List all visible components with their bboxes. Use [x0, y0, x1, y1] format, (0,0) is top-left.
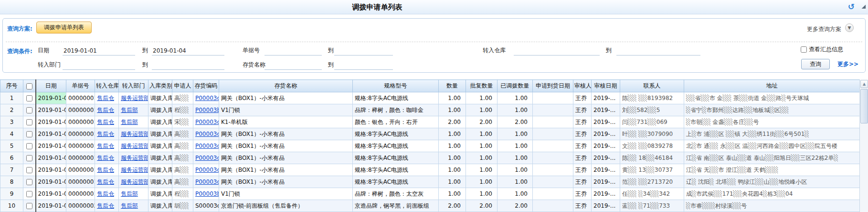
row-select-cell[interactable] [23, 128, 36, 140]
row-select-cell[interactable] [23, 104, 36, 116]
row-code-link[interactable]: P00003c9b [193, 164, 219, 176]
plans-dropdown-icon[interactable]: ▼ [845, 23, 854, 32]
col-approved-qty[interactable]: 批复数量 [466, 80, 498, 92]
row-audit-date: 2019-... [592, 164, 620, 176]
row-dept-link[interactable]: 售后部 [119, 188, 148, 200]
row-checkbox[interactable] [26, 95, 32, 101]
scrollbar-thumb[interactable] [860, 89, 868, 123]
more-query-plans-link[interactable]: 更多查询方案 [807, 25, 841, 33]
row-select-cell[interactable] [23, 152, 36, 164]
row-dept-link[interactable]: 服务运营部 [119, 92, 148, 104]
row-checkbox[interactable] [26, 155, 32, 161]
col-arrival-date[interactable]: 申请到货日期 [533, 80, 573, 92]
row-code-link[interactable]: P00003c9b [193, 92, 219, 104]
row-arrival-date [533, 164, 573, 176]
row-code-link[interactable]: P00003bb0 [193, 104, 219, 116]
select-all-checkbox[interactable] [26, 83, 32, 89]
row-warehouse-link[interactable]: 售后仓 [95, 128, 119, 140]
warehouse-to-input[interactable] [616, 46, 700, 56]
row-checkbox[interactable] [26, 203, 32, 209]
row-checkbox[interactable] [26, 107, 32, 113]
row-arrival-date [533, 104, 573, 116]
col-code[interactable]: 存货编码 [193, 80, 219, 92]
col-category[interactable]: 入库类别 [148, 80, 172, 92]
row-warehouse-link[interactable]: 售后仓 [95, 200, 119, 212]
row-warehouse-link[interactable]: 售后仓 [95, 176, 119, 188]
row-select-cell[interactable] [23, 176, 36, 188]
dept-from-input[interactable] [63, 61, 135, 70]
row-code-link[interactable]: S00003cb0 [193, 200, 219, 212]
row-checkbox[interactable] [26, 143, 32, 149]
more-conditions-link[interactable]: 更多>> [837, 60, 858, 68]
col-address[interactable]: 地址 [684, 80, 860, 92]
date-from-input[interactable] [63, 46, 135, 56]
row-seq: 4 [0, 128, 23, 140]
summary-checkbox-input[interactable] [801, 46, 807, 53]
col-select-all[interactable] [23, 80, 36, 92]
col-date[interactable]: 日期 [36, 80, 66, 92]
row-checkbox[interactable] [26, 179, 32, 185]
row-dept-link[interactable]: 服务运营部 [119, 152, 148, 164]
row-dept-link[interactable]: 服务运营部 [119, 164, 148, 176]
row-code-link[interactable]: P00003c95 [193, 116, 219, 128]
row-checkbox[interactable] [26, 191, 32, 197]
row-dept-link[interactable]: 售后部 [119, 104, 148, 116]
row-code-link[interactable]: P00003c9b [193, 128, 219, 140]
scroll-up-icon[interactable]: ▲ [860, 80, 868, 88]
col-seq[interactable]: 序号 [0, 80, 23, 92]
date-to-input[interactable] [152, 46, 224, 56]
dept-to-input[interactable] [152, 61, 224, 70]
inventory-to-input[interactable] [334, 61, 393, 70]
row-warehouse-link[interactable]: 售后仓 [95, 140, 119, 152]
row-checkbox[interactable] [26, 119, 32, 125]
row-address: 成░市武侯░░171░░央花园4░栋3░░04 [684, 188, 860, 200]
col-warehouse[interactable]: 转入仓库 [95, 80, 119, 92]
row-applicant: 宋░░ [172, 116, 193, 128]
row-warehouse-link[interactable]: 售后仓 [95, 188, 119, 200]
row-warehouse-link[interactable]: 售后仓 [95, 92, 119, 104]
row-select-cell[interactable] [23, 116, 36, 128]
row-dept-link[interactable]: 服务运营部 [119, 140, 148, 152]
refresh-icon[interactable]: ↺ [846, 1, 857, 12]
row-select-cell[interactable] [23, 164, 36, 176]
row-warehouse-link[interactable]: 售后仓 [95, 152, 119, 164]
row-warehouse-link[interactable]: 售后仓 [95, 164, 119, 176]
col-qty[interactable]: 数量 [439, 80, 466, 92]
query-plan-button[interactable]: 调拨申请单列表 [36, 22, 92, 33]
row-select-cell[interactable] [23, 188, 36, 200]
col-name[interactable]: 存货名称 [219, 80, 353, 92]
row-code-link[interactable]: P00003c9b [193, 152, 219, 164]
col-applicant[interactable]: 申请人 [172, 80, 193, 92]
search-button[interactable]: 查询 [801, 59, 830, 69]
col-auditor[interactable]: 审核人 [573, 80, 592, 92]
summary-info-checkbox[interactable]: 查看汇总信息 [801, 45, 843, 54]
col-transferred-qty[interactable]: 已调拨数量 [498, 80, 533, 92]
row-warehouse-link[interactable]: 售后仓 [95, 116, 119, 128]
col-audit-date[interactable]: 审核日期 [592, 80, 620, 92]
row-checkbox[interactable] [26, 131, 32, 137]
inventory-from-input[interactable] [265, 61, 322, 70]
row-code-link[interactable]: P00003c9b [193, 140, 219, 152]
doc-no-from-input[interactable] [265, 46, 322, 56]
row-qty: 1.00 [439, 188, 466, 200]
vertical-scrollbar[interactable]: ▲ [859, 79, 868, 212]
row-select-cell[interactable] [23, 200, 36, 212]
col-spec[interactable]: 规格型号 [353, 80, 439, 92]
row-dept-link[interactable]: 售后部 [119, 116, 148, 128]
row-dept-link[interactable]: 售后部 [119, 200, 148, 212]
row-code-link[interactable]: P00003bb1 [193, 188, 219, 200]
doc-no-to-input[interactable] [334, 46, 393, 56]
row-select-cell[interactable] [23, 92, 36, 104]
col-contact[interactable]: 联系人 [620, 80, 684, 92]
row-dept-link[interactable]: 服务运营部 [119, 128, 148, 140]
row-select-cell[interactable] [23, 140, 36, 152]
row-contact: 任░░ ░34░░342 [620, 188, 684, 200]
row-applicant: 高░░ [172, 140, 193, 152]
row-code-link[interactable]: P00003c9b [193, 176, 219, 188]
col-dept[interactable]: 转入部门 [119, 80, 148, 92]
row-checkbox[interactable] [26, 167, 32, 173]
row-dept-link[interactable]: 服务运营部 [119, 176, 148, 188]
col-doc-no[interactable]: 单据号 [66, 80, 95, 92]
warehouse-from-input[interactable] [514, 46, 600, 56]
row-warehouse-link[interactable]: 售后仓 [95, 104, 119, 116]
